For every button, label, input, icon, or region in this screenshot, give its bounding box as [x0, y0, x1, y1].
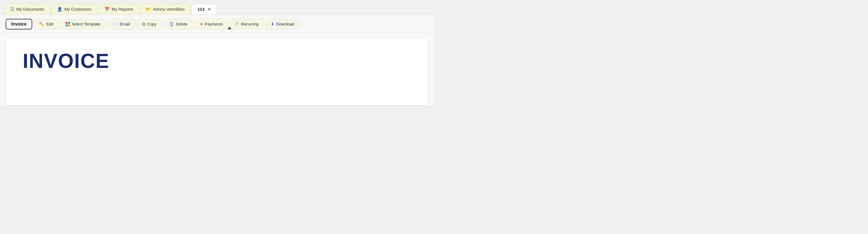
app-container: ☰ My Documents 👤 My Customers 📅 My Repor…: [0, 0, 434, 105]
tab-kenny-vermillion-label: Kenny Vermillion: [153, 7, 185, 11]
delete-label: Delete: [176, 22, 188, 26]
delete-button[interactable]: 🗑️ Delete: [163, 19, 193, 29]
tab-113[interactable]: 113 ✕: [191, 4, 217, 14]
download-icon: ⬇: [271, 22, 274, 27]
email-button[interactable]: ✉️ Email: [107, 19, 135, 29]
edit-label: Edit: [46, 22, 53, 26]
email-label: Email: [120, 22, 130, 26]
select-template-label: Select Template: [72, 22, 100, 26]
tab-my-reports[interactable]: 📅 My Reports: [99, 4, 139, 15]
tab-my-customers-label: My Customers: [64, 7, 92, 11]
copy-icon: ⧉: [142, 22, 145, 27]
folder-icon: 📂: [146, 7, 151, 12]
recurring-label: Recurring: [241, 22, 258, 26]
customers-icon: 👤: [57, 7, 62, 12]
copy-button[interactable]: ⧉ Copy: [137, 19, 162, 29]
documents-icon: ☰: [10, 6, 14, 12]
reports-icon: 📅: [104, 7, 110, 12]
invoice-area: INVOICE: [6, 38, 428, 105]
invoice-title: INVOICE: [23, 49, 411, 72]
tab-113-label: 113: [197, 7, 205, 11]
tab-my-documents[interactable]: ☰ My Documents: [4, 3, 50, 15]
recurring-button[interactable]: ⏱ Recurring: [229, 19, 264, 29]
copy-label: Copy: [147, 22, 157, 26]
download-label: Download: [276, 22, 294, 26]
delete-icon: 🗑️: [169, 22, 174, 27]
tab-113-close-button[interactable]: ✕: [208, 7, 211, 11]
edit-icon: ✏️: [39, 22, 44, 27]
tab-my-customers[interactable]: 👤 My Customers: [51, 4, 97, 15]
main-content: Invoice ✏️ Edit Select Template ✉️ Email: [0, 15, 434, 105]
tab-bar: ☰ My Documents 👤 My Customers 📅 My Repor…: [0, 0, 434, 15]
template-icon: [65, 22, 70, 26]
email-icon: ✉️: [113, 22, 118, 27]
invoice-label-button[interactable]: Invoice: [6, 19, 32, 29]
tab-kenny-vermillion[interactable]: 📂 Kenny Vermillion: [140, 4, 190, 15]
recurring-icon: ⏱: [235, 22, 239, 26]
toolbar: Invoice ✏️ Edit Select Template ✉️ Email: [0, 15, 434, 33]
invoice-label-text: Invoice: [11, 22, 27, 27]
tab-my-reports-label: My Reports: [112, 7, 133, 11]
tab-my-documents-label: My Documents: [16, 7, 44, 11]
payments-icon: ●: [200, 21, 203, 27]
payments-button[interactable]: ● Payments ▸: [195, 18, 228, 30]
edit-button[interactable]: ✏️ Edit: [34, 19, 59, 29]
download-button[interactable]: ⬇ Download: [266, 19, 300, 29]
select-template-button[interactable]: Select Template: [60, 19, 106, 29]
payments-label: Payments: [205, 22, 223, 26]
